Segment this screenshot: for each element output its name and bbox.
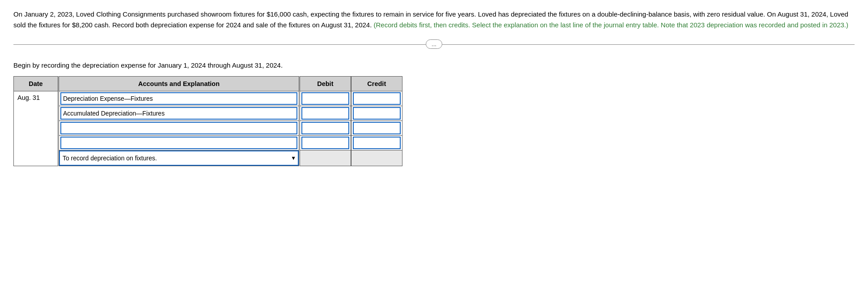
debit-cell-3 [300,121,351,136]
account-row-4-cell [58,136,299,150]
credit-input-3[interactable] [353,122,401,134]
credit-cell-4 [351,136,402,150]
journal-table-wrapper: Date Accounts and Explanation Debit Cred… [13,76,855,166]
date-cell: Aug. 31 [14,91,59,166]
table-row [14,106,402,121]
account-row-3-cell [58,121,299,136]
debit-input-3[interactable] [301,122,349,134]
account-input-1[interactable] [60,92,297,105]
account-input-4[interactable] [60,137,297,149]
account-input-3[interactable] [60,122,297,134]
explanation-row: To record depreciation on fixtures. To r… [14,150,402,166]
credit-cell-1 [351,91,402,106]
table-row [14,121,402,136]
explanation-debit-cell [300,150,351,166]
credit-input-1[interactable] [353,92,401,105]
account-row-2-cell [58,106,299,121]
credit-cell-2 [351,106,402,121]
ellipsis-button[interactable]: ... [426,39,442,49]
explanation-select-wrapper[interactable]: To record depreciation on fixtures. To r… [59,150,299,166]
debit-cell-2 [300,106,351,121]
green-instruction: (Record debits first, then credits. Sele… [374,21,848,29]
credit-cell-3 [351,121,402,136]
table-row [14,136,402,150]
header-date: Date [14,77,59,91]
header-credit: Credit [351,77,402,91]
table-row: Aug. 31 [14,91,402,106]
problem-text: On January 2, 2023, Loved Clothing Consi… [13,9,855,30]
divider: ... [13,39,855,49]
debit-input-1[interactable] [301,92,349,105]
debit-cell-1 [300,91,351,106]
instruction-text: Begin by recording the depreciation expe… [13,61,855,69]
header-debit: Debit [300,77,351,91]
entry-date: Aug. 31 [17,94,40,101]
explanation-credit-cell [351,150,402,166]
table-header-row: Date Accounts and Explanation Debit Cred… [14,77,402,91]
debit-input-2[interactable] [301,107,349,120]
explanation-select[interactable]: To record depreciation on fixtures. To r… [59,150,299,166]
account-input-2[interactable] [60,107,297,120]
credit-input-4[interactable] [353,137,401,149]
debit-input-4[interactable] [301,137,349,149]
credit-input-2[interactable] [353,107,401,120]
account-row-1-cell [58,91,299,106]
journal-table: Date Accounts and Explanation Debit Cred… [13,76,402,166]
header-accounts: Accounts and Explanation [58,77,299,91]
explanation-cell: To record depreciation on fixtures. To r… [58,150,299,166]
debit-cell-4 [300,136,351,150]
